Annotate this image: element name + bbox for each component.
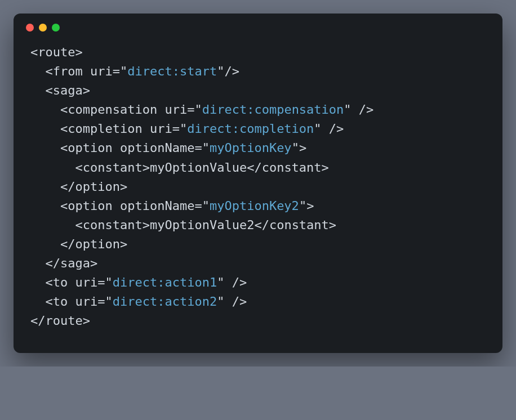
punct: < <box>60 122 68 136</box>
punct: " <box>292 141 299 155</box>
attr-uri: uri <box>150 122 172 136</box>
space <box>113 199 120 213</box>
punct: < <box>254 218 261 232</box>
tag-to: to <box>53 294 68 309</box>
punct: < <box>75 160 82 175</box>
punct: < <box>60 102 68 117</box>
space <box>157 102 164 117</box>
tag-option: option <box>68 199 112 213</box>
text-my-option-value: myOptionValue <box>150 160 247 175</box>
punct: > <box>306 199 314 213</box>
punct: " <box>202 141 210 155</box>
punct: = <box>187 102 194 117</box>
code-block: <route> <from uri="direct:start"/> <saga… <box>14 37 502 353</box>
val-direct-action1: direct:action1 <box>113 275 217 289</box>
punct: < <box>30 45 38 59</box>
punct: > <box>120 237 127 251</box>
punct: > <box>120 180 127 194</box>
space <box>224 294 232 309</box>
punct: > <box>75 45 82 59</box>
punct: " <box>217 64 224 78</box>
tag-from: from <box>53 64 83 78</box>
punct: = <box>194 199 202 213</box>
punct: " <box>120 64 127 78</box>
punct: / <box>359 102 366 117</box>
punct: / <box>38 314 45 328</box>
punct: > <box>336 122 344 136</box>
punct: < <box>46 64 53 78</box>
punct: > <box>239 294 247 309</box>
window-titlebar <box>14 14 502 37</box>
punct: < <box>247 160 254 175</box>
space <box>83 64 90 78</box>
tag-route: route <box>46 314 83 328</box>
space <box>352 102 359 117</box>
space <box>68 294 75 309</box>
punct: / <box>254 160 261 175</box>
punct: < <box>46 275 53 289</box>
tag-route: route <box>38 45 75 59</box>
punct: " <box>202 199 210 213</box>
punct: " <box>299 199 306 213</box>
close-icon[interactable] <box>26 24 34 32</box>
attr-uri: uri <box>164 102 187 117</box>
punct: / <box>53 256 60 270</box>
punct: = <box>97 275 105 289</box>
tag-saga: saga <box>60 256 90 270</box>
code-window: <route> <from uri="direct:start"/> <saga… <box>14 14 502 353</box>
val-direct-start: direct:start <box>127 64 217 78</box>
attr-uri: uri <box>75 294 98 309</box>
val-direct-action2: direct:action2 <box>113 294 217 309</box>
punct: = <box>113 64 120 78</box>
punct: " <box>217 275 224 289</box>
punct: < <box>60 199 68 213</box>
punct: > <box>232 64 239 78</box>
punct: > <box>83 314 90 328</box>
tag-option: option <box>75 237 119 251</box>
space <box>322 122 329 136</box>
space <box>113 141 120 155</box>
punct: " <box>180 122 187 136</box>
punct: < <box>60 180 68 194</box>
attr-option-name: optionName <box>120 141 194 155</box>
punct: / <box>262 218 269 232</box>
punct: > <box>322 160 329 175</box>
punct: > <box>83 83 90 97</box>
punct: / <box>224 64 232 78</box>
punct: < <box>30 314 38 328</box>
attr-option-name: optionName <box>120 199 194 213</box>
tag-compensation: compensation <box>68 102 157 117</box>
punct: = <box>194 141 202 155</box>
tag-constant: constant <box>83 160 143 175</box>
punct: / <box>68 180 75 194</box>
punct: > <box>90 256 97 270</box>
punct: < <box>75 218 82 232</box>
tag-constant: constant <box>269 218 329 232</box>
val-my-option-key2: myOptionKey2 <box>210 199 299 213</box>
space <box>143 122 150 136</box>
punct: > <box>143 218 150 232</box>
punct: " <box>344 102 351 117</box>
punct: > <box>239 275 247 289</box>
punct: < <box>46 256 53 270</box>
attr-uri: uri <box>75 275 98 289</box>
val-my-option-key: myOptionKey <box>210 141 292 155</box>
punct: > <box>143 160 150 175</box>
text-my-option-value2: myOptionValue2 <box>150 218 254 232</box>
punct: " <box>105 275 113 289</box>
minimize-icon[interactable] <box>39 24 47 32</box>
punct: < <box>60 141 68 155</box>
zoom-icon[interactable] <box>52 24 60 32</box>
punct: < <box>46 83 53 97</box>
punct: / <box>232 294 239 309</box>
punct: " <box>217 294 224 309</box>
tag-completion: completion <box>68 122 142 136</box>
punct: / <box>232 275 239 289</box>
val-direct-compensation: direct:compensation <box>202 102 344 117</box>
punct: < <box>60 237 68 251</box>
punct: = <box>172 122 180 136</box>
tag-saga: saga <box>53 83 83 97</box>
punct: / <box>68 237 75 251</box>
punct: > <box>329 218 336 232</box>
tag-constant: constant <box>83 218 143 232</box>
